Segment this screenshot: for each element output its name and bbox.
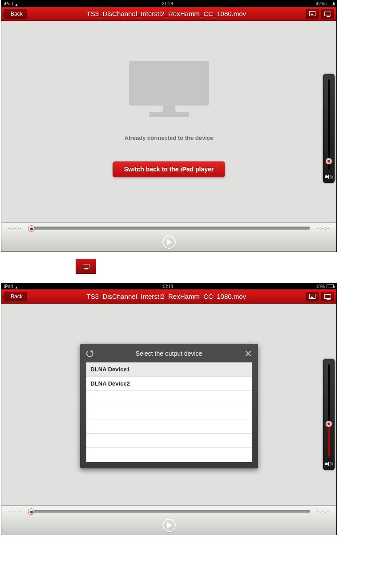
back-button[interactable]: Back xyxy=(4,292,27,301)
clock: 21:28 xyxy=(162,1,173,6)
battery-icon xyxy=(327,2,334,5)
time-elapsed: --:--:-- xyxy=(6,509,24,514)
content-area: Select the output device DLNA Device1 DL… xyxy=(1,304,336,505)
pictures-button[interactable] xyxy=(306,9,319,19)
battery-pct: 18% xyxy=(316,284,325,289)
carrier-label: iPad xyxy=(4,1,13,6)
device-row-empty xyxy=(86,434,252,448)
picture-icon xyxy=(309,11,315,16)
wifi-icon xyxy=(15,284,19,288)
volume-track[interactable] xyxy=(328,364,330,457)
device-row-empty xyxy=(86,448,252,462)
modal-title: Select the output device xyxy=(136,350,202,357)
play-button[interactable] xyxy=(162,236,176,249)
tv-icon xyxy=(324,12,331,16)
playback-bar: --:--:-- --:--:-- xyxy=(1,222,336,252)
tv-icon xyxy=(83,264,89,268)
tv-icon xyxy=(324,294,331,299)
player-screen-connected: iPad 21:28 42% Back TS3_DisChannel_Inter… xyxy=(1,0,337,252)
cast-icon-illustration xyxy=(76,259,96,274)
refresh-icon[interactable] xyxy=(86,350,93,357)
volume-thumb[interactable] xyxy=(326,158,332,164)
volume-track[interactable] xyxy=(328,79,330,170)
volume-fill xyxy=(328,427,330,457)
volume-slider[interactable]: )) xyxy=(323,359,335,470)
device-list: DLNA Device1 DLNA Device2 xyxy=(86,362,252,462)
clock: 18:18 xyxy=(162,284,173,289)
seek-thumb[interactable] xyxy=(28,508,34,515)
player-screen-select-device: iPad 18:18 18% Back TS3_DisChannel_Inter… xyxy=(1,283,337,535)
status-bar: iPad 21:28 42% xyxy=(1,0,336,7)
switch-to-ipad-button[interactable]: Switch back to the iPad player xyxy=(113,161,226,177)
battery-pct: 42% xyxy=(316,1,325,6)
monitor-icon xyxy=(129,61,209,121)
wifi-icon xyxy=(15,2,19,5)
speaker-icon: )) xyxy=(325,461,332,467)
time-elapsed: --:--:-- xyxy=(6,226,24,231)
connected-text: Already connected to the device xyxy=(125,134,213,141)
battery-icon xyxy=(327,284,334,288)
nav-bar: Back TS3_DisChannel_Interstl2_RexHamm_CC… xyxy=(1,7,336,21)
select-output-modal: Select the output device DLNA Device1 DL… xyxy=(80,344,258,468)
device-row-empty xyxy=(86,405,252,419)
device-row-empty xyxy=(86,391,252,405)
close-icon[interactable] xyxy=(245,350,252,357)
time-remaining: --:--:-- xyxy=(314,226,332,231)
volume-thumb[interactable] xyxy=(326,421,332,427)
nav-title: TS3_DisChannel_Interstl2_RexHamm_CC_1080… xyxy=(27,293,306,300)
status-bar: iPad 18:18 18% xyxy=(1,283,336,289)
device-row[interactable]: DLNA Device2 xyxy=(86,377,252,391)
pictures-button[interactable] xyxy=(306,292,319,301)
picture-icon xyxy=(309,294,315,299)
play-button[interactable] xyxy=(162,519,176,532)
nav-title: TS3_DisChannel_Interstl2_RexHamm_CC_1080… xyxy=(27,10,306,17)
seek-track[interactable] xyxy=(28,227,310,230)
volume-slider[interactable]: )) xyxy=(323,74,335,183)
nav-bar: Back TS3_DisChannel_Interstl2_RexHamm_CC… xyxy=(1,289,336,304)
device-row[interactable]: DLNA Device1 xyxy=(86,362,252,377)
back-button[interactable]: Back xyxy=(4,9,27,19)
content-area: Already connected to the device Switch b… xyxy=(1,21,336,222)
seek-thumb[interactable] xyxy=(28,225,34,232)
time-remaining: --:--:-- xyxy=(314,509,332,514)
speaker-icon: )) xyxy=(325,174,332,179)
cast-button[interactable] xyxy=(321,9,334,19)
seek-track[interactable] xyxy=(28,510,310,513)
playback-bar: --:--:-- --:--:-- xyxy=(1,505,336,535)
cast-button[interactable] xyxy=(321,292,334,301)
device-row-empty xyxy=(86,419,252,434)
carrier-label: iPad xyxy=(4,284,13,289)
